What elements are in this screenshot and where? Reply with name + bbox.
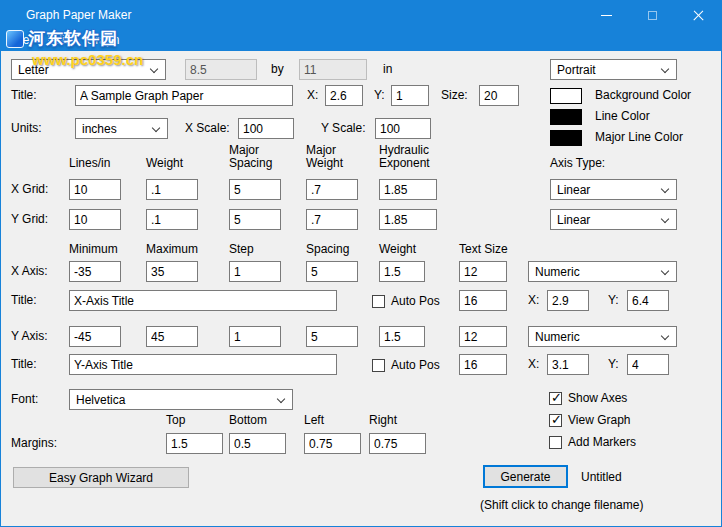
generate-button[interactable]: Generate bbox=[483, 465, 568, 488]
y-axis-format-value: Numeric bbox=[535, 330, 580, 344]
y-title-y-field[interactable] bbox=[627, 354, 669, 375]
title-x-field[interactable] bbox=[325, 85, 363, 106]
x-title-label: Title: bbox=[11, 290, 37, 311]
title-size-field[interactable] bbox=[479, 85, 519, 106]
paper-unit-label: in bbox=[383, 59, 392, 80]
line-color-swatch[interactable] bbox=[550, 109, 582, 125]
x-axis-format-select[interactable]: Numeric bbox=[528, 261, 677, 282]
x-axis-format-value: Numeric bbox=[535, 265, 580, 279]
paper-size-select[interactable]: Letter bbox=[11, 59, 166, 80]
margin-top-field[interactable] bbox=[166, 433, 223, 454]
x-grid-lines-field[interactable] bbox=[69, 179, 121, 200]
y-title-autopos-checkbox[interactable]: Auto Pos bbox=[372, 357, 440, 373]
x-axis-min-field[interactable] bbox=[69, 261, 121, 282]
y-axis-format-select[interactable]: Numeric bbox=[528, 326, 677, 347]
x-grid-weight-field[interactable] bbox=[146, 179, 198, 200]
line-color-label: Line Color bbox=[595, 107, 650, 125]
x-axis-max-field[interactable] bbox=[146, 261, 198, 282]
y-axis-max-field[interactable] bbox=[146, 326, 198, 347]
title-field[interactable] bbox=[75, 85, 293, 106]
y-scale-field[interactable] bbox=[375, 118, 431, 139]
close-button[interactable] bbox=[675, 1, 721, 29]
checkbox-box bbox=[549, 436, 562, 449]
background-color-label: Background Color bbox=[595, 86, 691, 104]
x-title-x-field[interactable] bbox=[547, 290, 589, 311]
axis-type-label: Axis Type: bbox=[550, 153, 605, 174]
window-title: Graph Paper Maker bbox=[26, 8, 131, 22]
major-line-color-label: Major Line Color bbox=[595, 128, 683, 146]
y-grid-hydraulic-field[interactable] bbox=[379, 209, 437, 230]
font-label: Font: bbox=[11, 389, 38, 410]
header-margin-top: Top bbox=[166, 414, 185, 427]
y-axis-type-value: Linear bbox=[557, 213, 590, 227]
title-y-field[interactable] bbox=[391, 85, 429, 106]
background-color-swatch[interactable] bbox=[550, 88, 582, 104]
menu-edit[interactable]: Edit bbox=[38, 33, 77, 47]
maximize-icon bbox=[648, 11, 657, 20]
minimize-button[interactable] bbox=[583, 1, 629, 29]
title-bar[interactable]: Graph Paper Maker bbox=[1, 1, 721, 29]
paper-height-field bbox=[299, 59, 367, 80]
show-axes-label: Show Axes bbox=[568, 391, 627, 405]
x-scale-label: X Scale: bbox=[185, 118, 230, 139]
y-title-x-label: X: bbox=[528, 354, 539, 375]
x-grid-major-spacing-field[interactable] bbox=[229, 179, 281, 200]
y-axis-text-size-field[interactable] bbox=[459, 326, 507, 347]
margin-right-field[interactable] bbox=[369, 433, 426, 454]
easy-graph-wizard-button[interactable]: Easy Graph Wizard bbox=[13, 467, 189, 488]
x-title-field[interactable] bbox=[69, 290, 337, 311]
units-select[interactable]: inches bbox=[75, 118, 168, 139]
y-axis-weight-field[interactable] bbox=[379, 326, 425, 347]
font-value: Helvetica bbox=[76, 393, 125, 407]
show-axes-checkbox[interactable]: Show Axes bbox=[549, 390, 627, 406]
y-axis-spacing-field[interactable] bbox=[306, 326, 358, 347]
app-window: Graph Paper Maker File Edit Graph 河东软件园 … bbox=[0, 0, 722, 527]
checkbox-box bbox=[549, 414, 562, 427]
x-axis-text-size-field[interactable] bbox=[459, 261, 507, 282]
x-axis-spacing-field[interactable] bbox=[306, 261, 358, 282]
y-axis-type-select[interactable]: Linear bbox=[550, 209, 677, 230]
title-label: Title: bbox=[11, 85, 37, 106]
x-title-autopos-label: Auto Pos bbox=[391, 294, 440, 308]
y-title-x-field[interactable] bbox=[547, 354, 589, 375]
x-title-autopos-checkbox[interactable]: Auto Pos bbox=[372, 293, 440, 309]
margin-left-field[interactable] bbox=[304, 433, 361, 454]
y-axis-step-field[interactable] bbox=[229, 326, 281, 347]
margin-bottom-field[interactable] bbox=[229, 433, 286, 454]
header-major-spacing: Major Spacing bbox=[229, 144, 272, 170]
add-markers-checkbox[interactable]: Add Markers bbox=[549, 434, 636, 450]
y-axis-min-field[interactable] bbox=[69, 326, 121, 347]
title-x-label: X: bbox=[307, 85, 318, 106]
x-grid-label: X Grid: bbox=[11, 179, 48, 200]
font-select[interactable]: Helvetica bbox=[69, 389, 293, 410]
x-scale-field[interactable] bbox=[238, 118, 294, 139]
maximize-button[interactable] bbox=[629, 1, 675, 29]
x-grid-major-weight-field[interactable] bbox=[306, 179, 358, 200]
x-axis-label: X Axis: bbox=[11, 261, 48, 282]
margins-label: Margins: bbox=[11, 433, 57, 454]
y-grid-lines-field[interactable] bbox=[69, 209, 121, 230]
header-weight: Weight bbox=[146, 157, 183, 170]
y-title-size-field[interactable] bbox=[459, 354, 507, 375]
x-axis-weight-field[interactable] bbox=[379, 261, 425, 282]
view-graph-checkbox[interactable]: View Graph bbox=[549, 412, 630, 428]
chevron-down-icon bbox=[661, 267, 669, 275]
y-grid-major-spacing-field[interactable] bbox=[229, 209, 281, 230]
menu-graph[interactable]: Graph bbox=[77, 33, 128, 47]
header-hydraulic-exponent: Hydraulic Exponent bbox=[379, 144, 430, 170]
header-lines-in: Lines/in bbox=[69, 157, 110, 170]
header-margin-right: Right bbox=[369, 414, 397, 427]
y-scale-label: Y Scale: bbox=[321, 118, 365, 139]
y-grid-major-weight-field[interactable] bbox=[306, 209, 358, 230]
x-title-size-field[interactable] bbox=[459, 290, 507, 311]
y-title-field[interactable] bbox=[69, 354, 337, 375]
x-grid-hydraulic-field[interactable] bbox=[379, 179, 437, 200]
header-step: Step bbox=[229, 243, 254, 256]
orientation-select[interactable]: Portrait bbox=[550, 59, 677, 80]
major-line-color-swatch[interactable] bbox=[550, 130, 582, 146]
x-axis-type-select[interactable]: Linear bbox=[550, 179, 677, 200]
x-title-y-field[interactable] bbox=[627, 290, 669, 311]
menu-file[interactable]: File bbox=[1, 33, 38, 47]
y-grid-weight-field[interactable] bbox=[146, 209, 198, 230]
x-axis-step-field[interactable] bbox=[229, 261, 281, 282]
